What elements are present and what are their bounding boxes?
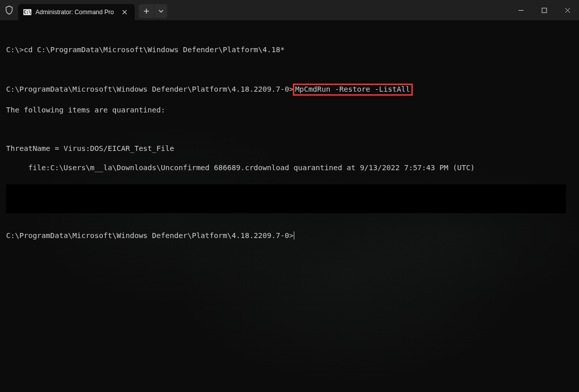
minimize-button[interactable] <box>509 0 532 20</box>
maximize-button[interactable] <box>532 0 556 20</box>
output-line: ThreatName = Virus:DOS/EICAR_Test_File <box>6 144 573 153</box>
prompt-line: C:\>cd C:\ProgramData\Microsoft\Windows … <box>6 45 573 55</box>
new-tab-button[interactable] <box>139 4 154 18</box>
titlebar[interactable]: C:\ Administrator: Command Pro <box>0 0 579 20</box>
cmd-prompt-icon: C:\ <box>23 9 31 15</box>
prompt-line: C:\ProgramData\Microsoft\Windows Defende… <box>6 231 573 241</box>
prompt-text: C:\> <box>6 46 24 54</box>
output-line: file:C:\Users\m__la\Downloads\Unconfirme… <box>6 163 573 173</box>
output-line: The following items are quarantined: <box>6 105 573 115</box>
blank-line <box>6 125 573 134</box>
tab-active[interactable]: C:\ Administrator: Command Pro <box>18 4 135 20</box>
prompt-text: C:\ProgramData\Microsoft\Windows Defende… <box>6 231 293 240</box>
cursor <box>294 231 294 240</box>
svg-rect-5 <box>542 8 547 13</box>
blank-line <box>6 64 573 74</box>
app-shield-icon <box>0 6 18 15</box>
window-controls <box>509 0 579 20</box>
terminal-output[interactable]: C:\>cd C:\ProgramData\Microsoft\Windows … <box>0 20 579 256</box>
tab-title: Administrator: Command Pro <box>35 9 114 16</box>
tab-dropdown-button[interactable] <box>154 4 167 18</box>
prompt-line: C:\ProgramData\Microsoft\Windows Defende… <box>6 84 573 96</box>
tab-close-button[interactable] <box>120 7 130 17</box>
redacted-block <box>6 184 566 213</box>
new-tab-group <box>139 4 167 18</box>
prompt-text: C:\ProgramData\Microsoft\Windows Defende… <box>6 85 293 93</box>
highlighted-command: MpCmdRun -Restore -ListAll <box>293 84 413 96</box>
window-close-button[interactable] <box>556 0 579 20</box>
command-text: cd C:\ProgramData\Microsoft\Windows Defe… <box>24 46 285 54</box>
